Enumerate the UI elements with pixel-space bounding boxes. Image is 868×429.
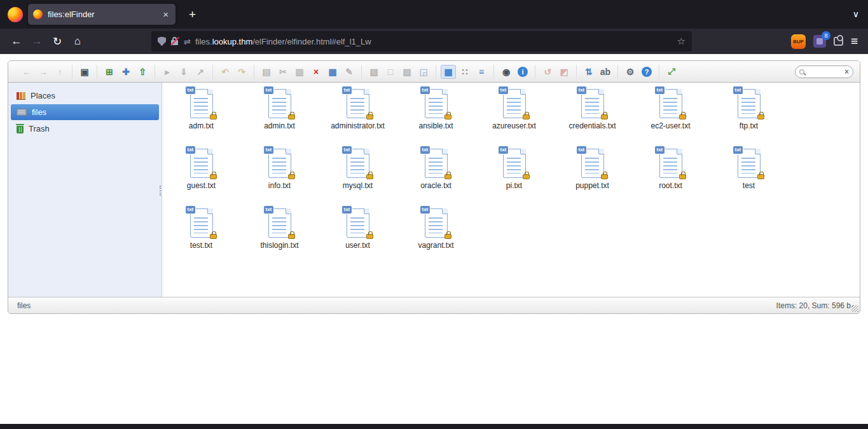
permissions-icon[interactable]: ⇌ [184,37,191,46]
back-button[interactable]: ← [6,32,27,51]
preferences-button[interactable]: ⚙ [623,65,638,79]
toolbar-group-file-ops: ▸⇓↗ [155,65,213,79]
lock-icon [601,114,608,119]
list-tabs-chevron-icon[interactable]: ∨ [853,9,859,19]
toolbar-group-archive: ▧□▨◲ [362,65,436,79]
netmount-button[interactable]: ▣ [77,65,92,79]
file-label: ftp.txt [740,121,758,130]
file-oracle.txt[interactable]: txtoracle.txt [397,144,475,204]
file-thislogin.txt[interactable]: txtthislogin.txt [240,204,319,264]
text-file-icon: txt [425,89,448,118]
reload-button[interactable]: ↻ [47,32,67,51]
view-small-icons-button[interactable]: ∷ [457,65,472,79]
toolbar-group-modify: ↺◩ [535,65,577,79]
file-root.txt[interactable]: txtroot.txt [631,144,710,204]
archive-button[interactable]: ▧ [366,65,382,79]
sidebar-item-places[interactable]: Places [11,88,159,104]
search-input[interactable] [807,68,842,76]
help-button[interactable]: ? [642,67,652,77]
elfinder-workspace[interactable]: txtadm.txttxtadmin.txttxtadministrator.t… [162,83,860,297]
tab-close-icon[interactable]: × [161,9,170,20]
view-icons-button[interactable]: ▦ [441,65,456,79]
file-vagrant.txt[interactable]: txtvagrant.txt [397,204,475,264]
file-credentials.txt[interactable]: txtcredentials.txt [553,85,631,144]
file-label: root.txt [659,181,682,190]
file-ec2-user.txt[interactable]: txtec2-user.txt [631,85,710,144]
name-label-button[interactable]: ab [598,65,613,79]
profile-avatar[interactable]: BUP [791,34,806,49]
info-button[interactable]: i [518,67,528,77]
sidebar-resize-handle[interactable] [160,186,163,196]
open-button[interactable]: ▸ [160,65,175,79]
undo-button[interactable]: ↶ [217,65,233,79]
file-mysql.txt[interactable]: txtmysql.txt [319,144,397,204]
select-button[interactable]: □ [383,65,398,79]
file-pi.txt[interactable]: txtpi.txt [475,144,553,204]
file-ftp.txt[interactable]: txtftp.txt [710,85,788,144]
back-button[interactable]: ← [19,65,34,79]
up-button[interactable]: ↑ [52,65,67,79]
file-label: guest.txt [187,181,216,190]
txt-badge: txt [185,86,196,95]
duplicate-button[interactable]: ▦ [325,65,340,79]
chmod-button[interactable]: ◩ [556,65,572,79]
forward-button[interactable]: → [36,65,51,79]
insecure-lock-icon[interactable] [170,36,179,46]
file-puppet.txt[interactable]: txtpuppet.txt [553,144,631,204]
get-file-button[interactable]: ↗ [193,65,208,79]
sidebar-item-files[interactable]: files [11,104,159,120]
extensions-puzzle-icon[interactable] [834,37,843,46]
search-box[interactable]: × [795,65,853,78]
cut-button[interactable]: ✂ [275,65,291,79]
extract-button[interactable]: ▨ [399,65,415,79]
file-adm.txt[interactable]: txtadm.txt [162,85,240,144]
lock-icon [679,174,686,179]
resize-grip-icon[interactable] [851,305,858,312]
sort-button[interactable]: ⇅ [581,65,596,79]
fullscreen-button[interactable]: ⤢ [664,65,679,79]
text-file-icon: txt [347,89,369,118]
search-clear-icon[interactable]: × [844,67,849,76]
preview-button[interactable]: ◉ [499,65,514,79]
toolbar-group-undo-redo: ↶↷ [213,65,254,79]
new-file-button[interactable]: ✚ [118,65,134,79]
file-admin.txt[interactable]: txtadmin.txt [240,85,319,144]
url-bar[interactable]: ⇌ files.lookup.thm/elFinder/elfinder.htm… [151,31,692,51]
txt-badge: txt [733,146,744,154]
sidebar-item-trash[interactable]: Trash [11,121,159,137]
tracking-shield-icon[interactable] [158,37,166,46]
download-button[interactable]: ⇓ [176,65,191,79]
file-info.txt[interactable]: txtinfo.txt [240,144,319,204]
new-tab-button[interactable]: + [184,6,200,23]
txt-badge: txt [185,205,196,214]
file-label: ec2-user.txt [651,121,690,130]
bookmark-star-icon[interactable]: ☆ [677,36,685,47]
redo-button[interactable]: ↷ [234,65,249,79]
file-ansible.txt[interactable]: txtansible.txt [397,85,475,144]
text-file-icon: txt [190,89,213,118]
hamburger-menu-icon[interactable]: ≡ [851,34,858,48]
home-button[interactable]: ⌂ [67,32,88,51]
file-administrator.txt[interactable]: txtadministrator.txt [319,85,397,144]
forward-button[interactable]: → [27,32,47,51]
file-guest.txt[interactable]: txtguest.txt [162,144,240,204]
paste-button[interactable]: ▥ [292,65,307,79]
file-test[interactable]: txttest [710,144,788,204]
browser-tab[interactable]: files:elFinder × [28,4,176,25]
file-azureuser.txt[interactable]: txtazureuser.txt [475,85,553,144]
upload-button[interactable]: ⇧ [135,65,150,79]
text-file-icon: txt [190,208,213,238]
txt-badge: txt [263,86,275,95]
file-test.txt[interactable]: txttest.txt [162,204,240,264]
elfinder-statusbar: files Items: 20, Sum: 596 b [8,297,860,313]
restore-button[interactable]: ↺ [540,65,555,79]
copy-button[interactable]: ▤ [259,65,274,79]
extension-icon[interactable]: 8 [813,35,826,48]
new-folder-button[interactable]: ⊞ [102,65,117,79]
tab-title: files:elFinder [48,10,156,19]
edit-button[interactable]: ✎ [341,65,357,79]
file-user.txt[interactable]: txtuser.txt [319,204,397,264]
delete-button[interactable]: × [308,65,324,79]
view-list-button[interactable]: ≡ [474,65,489,79]
resize-button[interactable]: ◲ [416,65,431,79]
